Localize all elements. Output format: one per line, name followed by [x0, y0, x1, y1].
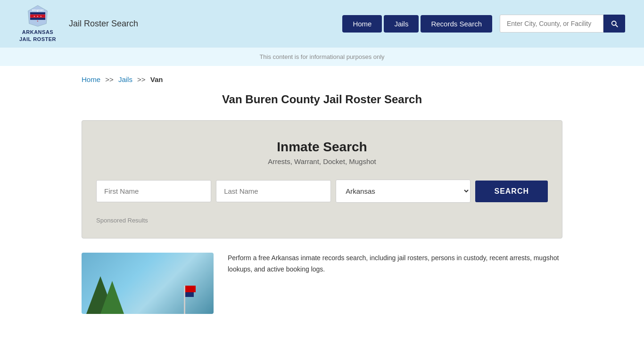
nav-home-button[interactable]: Home: [342, 15, 382, 33]
flag2-icon: [185, 292, 194, 297]
nav-records-button[interactable]: Records Search: [421, 15, 492, 33]
header-search-input[interactable]: [500, 15, 603, 33]
search-box-subtitle: Arrests, Warrant, Docket, Mugshot: [96, 157, 548, 165]
main-content: Home >> Jails >> Van Van Buren County Ja…: [63, 66, 581, 323]
svg-text:★: ★: [37, 16, 39, 17]
header: ★ ★ ★ ★ ★ ARKANSAS ARKANSAS JAIL ROSTER …: [0, 0, 644, 47]
bottom-section: Perform a free Arkansas inmate records s…: [82, 253, 562, 314]
svg-text:★: ★: [40, 16, 42, 17]
logo-text: ARKANSAS JAIL ROSTER: [19, 29, 56, 42]
bottom-image: [82, 253, 214, 314]
search-box-title: Inmate Search: [96, 140, 548, 155]
breadcrumb-home[interactable]: Home: [82, 75, 100, 83]
logo-area: ★ ★ ★ ★ ★ ARKANSAS ARKANSAS JAIL ROSTER …: [19, 5, 138, 42]
flag-pole: [184, 286, 185, 314]
search-form: AlabamaAlaskaArizonaArkansasCaliforniaCo…: [96, 180, 548, 203]
header-search-bar: [500, 15, 625, 33]
search-box: Inmate Search Arrests, Warrant, Docket, …: [82, 120, 562, 239]
arkansas-shield-icon: ★ ★ ★ ★ ★ ARKANSAS: [24, 5, 52, 27]
flag-icon: [185, 286, 196, 292]
svg-rect-2: [30, 12, 45, 14]
search-button[interactable]: SEARCH: [475, 181, 548, 202]
site-title: Jail Roster Search: [69, 19, 138, 29]
svg-text:ARKANSAS: ARKANSAS: [32, 9, 44, 11]
svg-text:★: ★: [33, 16, 35, 17]
sponsored-label: Sponsored Results: [96, 217, 548, 224]
bottom-description: Perform a free Arkansas inmate records s…: [228, 253, 562, 314]
svg-rect-3: [30, 18, 45, 20]
search-icon: [610, 19, 619, 28]
page-title: Van Buren County Jail Roster Search: [82, 93, 562, 106]
nav: Home Jails Records Search: [342, 15, 625, 33]
breadcrumb: Home >> Jails >> Van: [82, 75, 562, 83]
last-name-input[interactable]: [216, 180, 331, 202]
state-select[interactable]: AlabamaAlaskaArizonaArkansasCaliforniaCo…: [336, 180, 471, 203]
svg-text:★: ★: [37, 20, 39, 22]
nav-jails-button[interactable]: Jails: [384, 15, 419, 33]
breadcrumb-jails[interactable]: Jails: [118, 75, 132, 83]
logo-image: ★ ★ ★ ★ ★ ARKANSAS ARKANSAS JAIL ROSTER: [19, 5, 57, 42]
first-name-input[interactable]: [96, 180, 211, 202]
info-text: This content is for informational purpos…: [259, 53, 384, 60]
breadcrumb-sep1: >>: [105, 75, 114, 83]
info-bar: This content is for informational purpos…: [0, 47, 644, 66]
breadcrumb-current: Van: [150, 75, 163, 83]
breadcrumb-sep2: >>: [137, 75, 146, 83]
header-search-button[interactable]: [603, 15, 625, 33]
